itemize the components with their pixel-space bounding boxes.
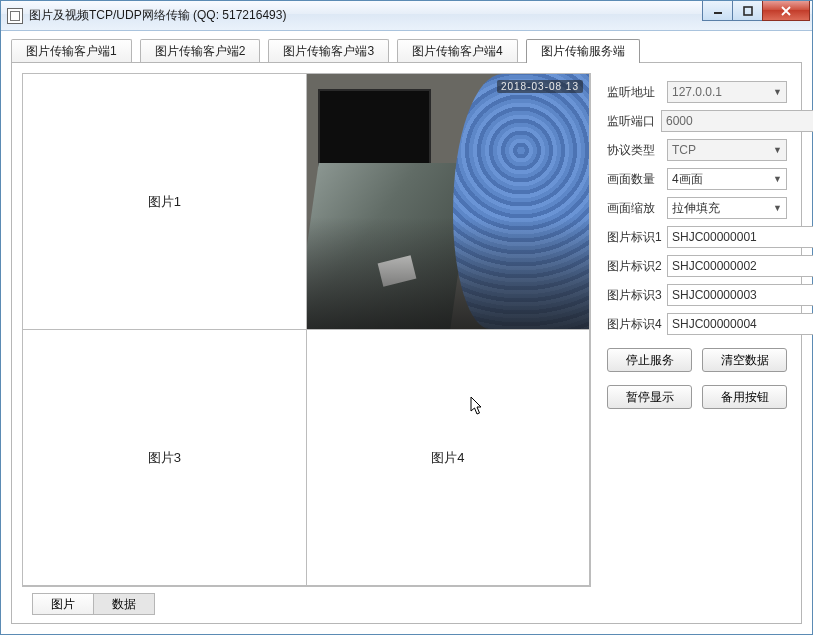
camera-placeholder: 图片3 xyxy=(148,449,181,467)
chevron-down-icon: ▼ xyxy=(773,145,782,155)
window-title: 图片及视频TCP/UDP网络传输 (QQ: 517216493) xyxy=(29,7,702,24)
image-id4-input[interactable] xyxy=(667,313,813,335)
protocol-combo[interactable]: TCP ▼ xyxy=(667,139,787,161)
window-controls xyxy=(702,1,810,21)
left-pane: 图片1 2018-03-08 13 图片3 图片 xyxy=(12,63,601,623)
camera-pane-1: 图片1 xyxy=(22,73,307,330)
protocol-value: TCP xyxy=(672,143,696,157)
image-id3-label: 图片标识3 xyxy=(607,287,661,304)
chevron-down-icon: ▼ xyxy=(773,203,782,213)
pane-count-label: 画面数量 xyxy=(607,171,661,188)
titlebar: 图片及视频TCP/UDP网络传输 (QQ: 517216493) xyxy=(1,1,812,31)
maximize-button[interactable] xyxy=(732,1,762,21)
listen-address-value: 127.0.0.1 xyxy=(672,85,722,99)
image-id2-input[interactable] xyxy=(667,255,813,277)
protocol-label: 协议类型 xyxy=(607,142,661,159)
tab-client3[interactable]: 图片传输客户端3 xyxy=(268,39,389,63)
app-icon xyxy=(7,8,23,24)
image-id3-input[interactable] xyxy=(667,284,813,306)
tab-server[interactable]: 图片传输服务端 xyxy=(526,39,640,63)
close-button[interactable] xyxy=(762,1,810,21)
chevron-down-icon: ▼ xyxy=(773,87,782,97)
camera-grid: 图片1 2018-03-08 13 图片3 图片 xyxy=(22,73,591,587)
svg-rect-0 xyxy=(714,12,722,14)
camera-placeholder: 图片1 xyxy=(148,193,181,211)
camera-video-feed: 2018-03-08 13 xyxy=(307,74,590,329)
pane-count-value: 4画面 xyxy=(672,171,703,188)
listen-address-label: 监听地址 xyxy=(607,84,661,101)
spare-button[interactable]: 备用按钮 xyxy=(702,385,787,409)
scale-mode-label: 画面缩放 xyxy=(607,200,661,217)
tab-client2[interactable]: 图片传输客户端2 xyxy=(140,39,261,63)
minimize-button[interactable] xyxy=(702,1,732,21)
tab-strip: 图片传输客户端1 图片传输客户端2 图片传输客户端3 图片传输客户端4 图片传输… xyxy=(1,31,812,63)
svg-rect-1 xyxy=(744,7,752,15)
camera-placeholder: 图片4 xyxy=(431,449,464,467)
video-timestamp-overlay: 2018-03-08 13 xyxy=(497,80,583,93)
listen-port-label: 监听端口 xyxy=(607,113,655,130)
camera-pane-3: 图片3 xyxy=(22,329,307,586)
clear-data-button[interactable]: 清空数据 xyxy=(702,348,787,372)
camera-pane-2: 2018-03-08 13 xyxy=(306,73,591,330)
image-id1-label: 图片标识1 xyxy=(607,229,661,246)
listen-address-combo[interactable]: 127.0.0.1 ▼ xyxy=(667,81,787,103)
settings-pane: 监听地址 127.0.0.1 ▼ 监听端口 协议类型 TCP ▼ 画面数量 xyxy=(601,63,801,623)
scale-mode-combo[interactable]: 拉伸填充 ▼ xyxy=(667,197,787,219)
scale-mode-value: 拉伸填充 xyxy=(672,200,720,217)
sub-tab-strip: 图片 数据 xyxy=(22,587,591,623)
image-id4-label: 图片标识4 xyxy=(607,316,661,333)
tab-client1[interactable]: 图片传输客户端1 xyxy=(11,39,132,63)
stop-service-button[interactable]: 停止服务 xyxy=(607,348,692,372)
image-id1-input[interactable] xyxy=(667,226,813,248)
tab-client4[interactable]: 图片传输客户端4 xyxy=(397,39,518,63)
tab-content: 图片1 2018-03-08 13 图片3 图片 xyxy=(11,62,802,624)
subtab-image[interactable]: 图片 xyxy=(32,593,94,615)
camera-pane-4: 图片4 xyxy=(306,329,591,586)
main-window: 图片及视频TCP/UDP网络传输 (QQ: 517216493) 图片传输客户端… xyxy=(0,0,813,635)
chevron-down-icon: ▼ xyxy=(773,174,782,184)
listen-port-input[interactable] xyxy=(661,110,813,132)
pane-count-combo[interactable]: 4画面 ▼ xyxy=(667,168,787,190)
image-id2-label: 图片标识2 xyxy=(607,258,661,275)
subtab-data[interactable]: 数据 xyxy=(94,593,155,615)
pause-display-button[interactable]: 暂停显示 xyxy=(607,385,692,409)
